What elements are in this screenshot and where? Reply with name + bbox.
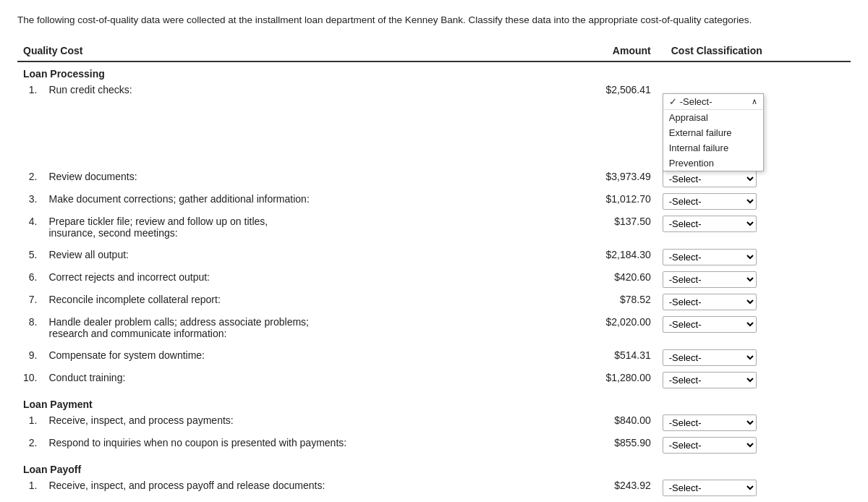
row-desc: Make document corrections; gather additi… <box>43 190 561 213</box>
cost-quality-table: Quality Cost Amount Cost Classification … <box>17 41 851 502</box>
row-num: 1. <box>17 81 43 168</box>
table-row: 4. Prepare tickler file; review and foll… <box>17 213 851 242</box>
chevron-up-icon: ∧ <box>752 97 757 106</box>
select-s9[interactable]: -Select- Appraisal External failure Inte… <box>663 349 757 366</box>
row-desc: Conduct training: <box>43 369 561 391</box>
row-num: 10. <box>17 369 43 391</box>
table-row: 1. Run credit checks: $2,506.41 ✓ -Selec… <box>17 81 851 168</box>
table-row: 7. Reconcile incomplete collateral repor… <box>17 291 851 313</box>
row-amount: $1,280.00 <box>562 369 657 391</box>
row-num: 9. <box>17 346 43 369</box>
row-desc: Review all output: <box>43 246 561 268</box>
row-num: 3. <box>17 190 43 213</box>
table-row: 8. Handle dealer problem calls; address … <box>17 313 851 342</box>
table-row: 10. Conduct training: $1,280.00 -Select-… <box>17 369 851 391</box>
row-num: 1. <box>17 477 43 499</box>
row-classification: -Select- Appraisal External failure Inte… <box>657 313 851 342</box>
row-amount: $2,020.00 <box>562 313 657 342</box>
row-amount: $15.10 <box>562 499 657 502</box>
select-sp2[interactable]: -Select- Appraisal External failure Inte… <box>663 437 757 454</box>
row-desc: Receive, inspect, and process payments: <box>43 412 561 434</box>
row-num: 2. <box>17 434 43 456</box>
table-row: 9. Compensate for system downtime: $514.… <box>17 346 851 369</box>
dropdown-item-prevention[interactable]: Prevention <box>663 156 763 171</box>
row-desc: Compensate for system downtime: <box>43 346 561 369</box>
select-s7[interactable]: -Select- Appraisal External failure Inte… <box>663 294 757 310</box>
select-s4[interactable]: -Select- Appraisal External failure Inte… <box>663 216 757 232</box>
header-classification: Cost Classification <box>657 41 851 61</box>
row-desc: Review documents: <box>43 168 561 190</box>
dropdown-item-internal-failure[interactable]: Internal failure <box>663 140 763 156</box>
row-num: 2. <box>17 499 43 502</box>
row-amount: $1,012.70 <box>562 190 657 213</box>
dropdown-item-appraisal[interactable]: Appraisal <box>663 110 763 125</box>
select-s6[interactable]: -Select- Appraisal External failure Inte… <box>663 271 757 288</box>
row-num: 1. <box>17 412 43 434</box>
checkmark-icon: ✓ <box>669 96 677 107</box>
row-amount: $840.00 <box>562 412 657 434</box>
row-amount: $514.31 <box>562 346 657 369</box>
row-desc: Respond to inquiries when no coupon is p… <box>43 434 561 456</box>
row-amount: $2,184.30 <box>562 246 657 268</box>
row-amount: $78.52 <box>562 291 657 313</box>
row-classification: -Select- Appraisal External failure Inte… <box>657 291 851 313</box>
row-classification: -Select- Appraisal External failure Inte… <box>657 268 851 291</box>
table-row: 1. Receive, inspect, and process payoff … <box>17 477 851 499</box>
header-amount: Amount <box>562 41 657 61</box>
row-amount: $243.92 <box>562 477 657 499</box>
row-desc: Reconcile incomplete collateral report: <box>43 291 561 313</box>
row-amount: $2,506.41 <box>562 81 657 168</box>
dropdown-open-box: ✓ -Select- ∧ Appraisal External failure … <box>663 93 764 171</box>
row-classification: -Select- Appraisal External failure Inte… <box>657 477 851 499</box>
row-classification: -Select- Appraisal External failure Inte… <box>657 412 851 434</box>
row-classification: -Select- Appraisal External failure Inte… <box>657 369 851 391</box>
row-classification: -Select- Appraisal External failure Inte… <box>657 213 851 242</box>
select-sp1[interactable]: -Select- Appraisal External failure Inte… <box>663 414 757 431</box>
row-amount: $855.90 <box>562 434 657 456</box>
table-row: 1. Receive, inspect, and process payment… <box>17 412 851 434</box>
row-classification: -Select- Appraisal External failure Inte… <box>657 246 851 268</box>
select-s3[interactable]: -Select- Appraisal External failure Inte… <box>663 193 757 210</box>
dropdown-item-external-failure[interactable]: External failure <box>663 125 763 140</box>
section-loan-processing: Loan Processing <box>17 61 851 81</box>
row-desc: Handle dealer problem calls; address ass… <box>43 313 561 342</box>
table-row: 3. Make document corrections; gather add… <box>17 190 851 213</box>
row-num: 8. <box>17 313 43 342</box>
row-classification: -Select- Appraisal External failure Inte… <box>657 190 851 213</box>
select-spo1[interactable]: -Select- Appraisal External failure Inte… <box>663 480 757 496</box>
row-classification: -Select- Appraisal External failure Inte… <box>657 346 851 369</box>
row-desc: Research payoff problems: <box>43 499 561 502</box>
dropdown-selected-text: -Select- <box>680 96 712 107</box>
row-classification: -Select- Appraisal External failure Inte… <box>657 434 851 456</box>
row-num: 7. <box>17 291 43 313</box>
section-loan-payment: Loan Payment <box>17 391 851 412</box>
table-row: 6. Correct rejects and incorrect output:… <box>17 268 851 291</box>
row-amount: $137.50 <box>562 213 657 242</box>
dropdown-selected-row[interactable]: ✓ -Select- ∧ <box>663 94 763 110</box>
row-classification: -Select- Appraisal External failure Inte… <box>657 499 851 502</box>
select-s8[interactable]: -Select- Appraisal External failure Inte… <box>663 316 757 333</box>
section-loan-payoff: Loan Payoff <box>17 456 851 477</box>
intro-paragraph: The following cost-of-quality data were … <box>17 13 851 27</box>
row-amount: $420.60 <box>562 268 657 291</box>
row-num: 2. <box>17 168 43 190</box>
row-classification: ✓ -Select- ∧ Appraisal External failure … <box>657 81 851 168</box>
table-row: 2. Respond to inquiries when no coupon i… <box>17 434 851 456</box>
table-row: 2. Research payoff problems: $15.10 -Sel… <box>17 499 851 502</box>
select-s5[interactable]: -Select- Appraisal External failure Inte… <box>663 249 757 265</box>
select-s2[interactable]: -Select- Appraisal External failure Inte… <box>663 171 757 187</box>
header-quality-cost: Quality Cost <box>17 41 562 61</box>
row-desc: Correct rejects and incorrect output: <box>43 268 561 291</box>
row-num: 5. <box>17 246 43 268</box>
row-desc: Prepare tickler file; review and follow … <box>43 213 561 242</box>
row-desc: Receive, inspect, and process payoff and… <box>43 477 561 499</box>
row-num: 4. <box>17 213 43 242</box>
select-s10[interactable]: -Select- Appraisal External failure Inte… <box>663 372 757 388</box>
row-desc: Run credit checks: <box>43 81 561 168</box>
row-amount: $3,973.49 <box>562 168 657 190</box>
table-row: 5. Review all output: $2,184.30 -Select-… <box>17 246 851 268</box>
row-num: 6. <box>17 268 43 291</box>
